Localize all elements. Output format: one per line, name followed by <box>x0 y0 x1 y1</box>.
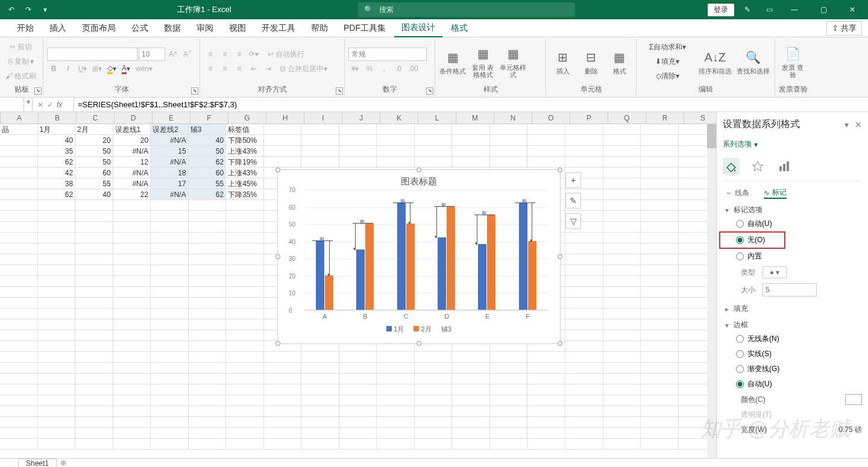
cell[interactable] <box>38 222 76 233</box>
cell[interactable] <box>189 384 227 395</box>
border-none[interactable]: 无线条(N) <box>723 331 862 346</box>
maximize-button[interactable]: ▢ <box>811 0 835 19</box>
cell[interactable] <box>415 374 453 384</box>
cell[interactable]: 下降35% <box>226 189 264 200</box>
cell[interactable] <box>264 363 302 374</box>
name-box[interactable]: ▾ <box>0 98 33 112</box>
cell[interactable] <box>189 417 227 428</box>
cell[interactable] <box>226 233 264 243</box>
tab-data[interactable]: 数据 <box>157 19 188 37</box>
cell[interactable] <box>189 439 227 450</box>
cell[interactable] <box>415 124 453 135</box>
align-launcher[interactable]: ⬊ <box>336 87 343 95</box>
cell[interactable] <box>226 395 264 406</box>
cell[interactable] <box>641 157 679 168</box>
cell[interactable] <box>565 276 603 287</box>
col-header[interactable]: G <box>228 112 266 124</box>
series-options-dropdown[interactable]: 系列选项▾ <box>723 136 862 153</box>
tab-pdf[interactable]: PDF工具集 <box>336 19 393 37</box>
cell[interactable]: 42 <box>38 168 76 178</box>
cell[interactable] <box>189 200 227 211</box>
cell[interactable] <box>264 374 302 384</box>
cell[interactable] <box>415 157 453 168</box>
cell[interactable] <box>264 135 302 146</box>
chart-handle[interactable] <box>275 168 280 172</box>
fill-button[interactable]: ⬇ 填充▾ <box>640 55 695 68</box>
chart-handle[interactable] <box>275 254 280 259</box>
cell[interactable] <box>490 384 528 395</box>
cell[interactable] <box>565 341 603 352</box>
redo-button[interactable]: ↷ <box>20 2 36 17</box>
cell[interactable] <box>38 287 76 298</box>
cell[interactable] <box>113 395 151 406</box>
cell[interactable] <box>339 417 377 428</box>
cut-button[interactable]: ✂剪切 <box>4 40 38 54</box>
cell[interactable] <box>565 135 603 146</box>
sheet-tab-1[interactable]: Sheet1 <box>18 459 57 468</box>
cell[interactable] <box>151 276 189 287</box>
cell[interactable] <box>565 265 603 276</box>
cell[interactable] <box>377 395 415 406</box>
chart[interactable]: 图表标题 010203040506070⊞▾⊞▾⊞▾⊞▾⊞▾⊞▾ ABCDEF … <box>277 169 561 344</box>
shrink-font[interactable]: A˅ <box>181 48 194 61</box>
cell[interactable] <box>75 319 113 330</box>
cell[interactable] <box>415 146 453 157</box>
cell[interactable] <box>38 298 76 309</box>
cell[interactable] <box>301 406 339 417</box>
cell[interactable] <box>565 146 603 157</box>
font-combo[interactable] <box>47 48 137 61</box>
cell[interactable] <box>641 178 679 189</box>
cell[interactable] <box>0 352 38 363</box>
cell[interactable] <box>452 439 490 450</box>
cell[interactable] <box>377 352 415 363</box>
cell[interactable] <box>603 319 641 330</box>
cell[interactable] <box>189 287 227 298</box>
cell[interactable] <box>0 309 38 319</box>
opt-builtin[interactable]: 内置 <box>723 249 862 264</box>
cell[interactable] <box>603 276 641 287</box>
col-header[interactable]: O <box>532 112 570 124</box>
cell[interactable] <box>603 417 641 428</box>
cell[interactable] <box>226 417 264 428</box>
cell[interactable] <box>301 363 339 374</box>
col-header[interactable]: L <box>418 112 456 124</box>
tab-home[interactable]: 开始 <box>10 19 41 37</box>
cell[interactable]: 1月 <box>38 124 76 135</box>
cell[interactable] <box>113 406 151 417</box>
cell[interactable] <box>113 428 151 439</box>
cell[interactable] <box>264 428 302 439</box>
cell[interactable] <box>339 157 377 168</box>
cell[interactable] <box>527 363 565 374</box>
cell[interactable] <box>641 439 679 450</box>
cell[interactable] <box>377 428 415 439</box>
col-header[interactable]: I <box>304 112 342 124</box>
cell[interactable] <box>452 135 490 146</box>
align-center[interactable]: ≡ <box>218 62 231 75</box>
cell[interactable] <box>641 124 679 135</box>
align-bot[interactable]: ≡ <box>233 48 246 61</box>
cell[interactable] <box>189 319 227 330</box>
format-painter-button[interactable]: 🖌格式刷 <box>4 69 38 83</box>
cell[interactable] <box>603 287 641 298</box>
cell[interactable] <box>38 363 76 374</box>
cell[interactable] <box>113 287 151 298</box>
cell[interactable] <box>264 384 302 395</box>
cell[interactable]: 50 <box>189 146 227 157</box>
cell[interactable]: #N/A <box>151 135 189 146</box>
cell[interactable] <box>38 309 76 319</box>
cell[interactable] <box>75 341 113 352</box>
cell[interactable] <box>641 374 679 384</box>
inc-dec-button[interactable]: .0 <box>392 62 405 75</box>
cell[interactable] <box>226 287 264 298</box>
cell[interactable] <box>226 384 264 395</box>
cell[interactable] <box>641 363 679 374</box>
cell[interactable] <box>0 363 38 374</box>
cell[interactable] <box>641 428 679 439</box>
cell[interactable] <box>490 135 528 146</box>
cell[interactable] <box>75 406 113 417</box>
cell[interactable] <box>226 341 264 352</box>
cell[interactable] <box>452 428 490 439</box>
cell[interactable] <box>226 254 264 265</box>
cell[interactable]: 上涨43% <box>226 146 264 157</box>
cell[interactable] <box>377 417 415 428</box>
